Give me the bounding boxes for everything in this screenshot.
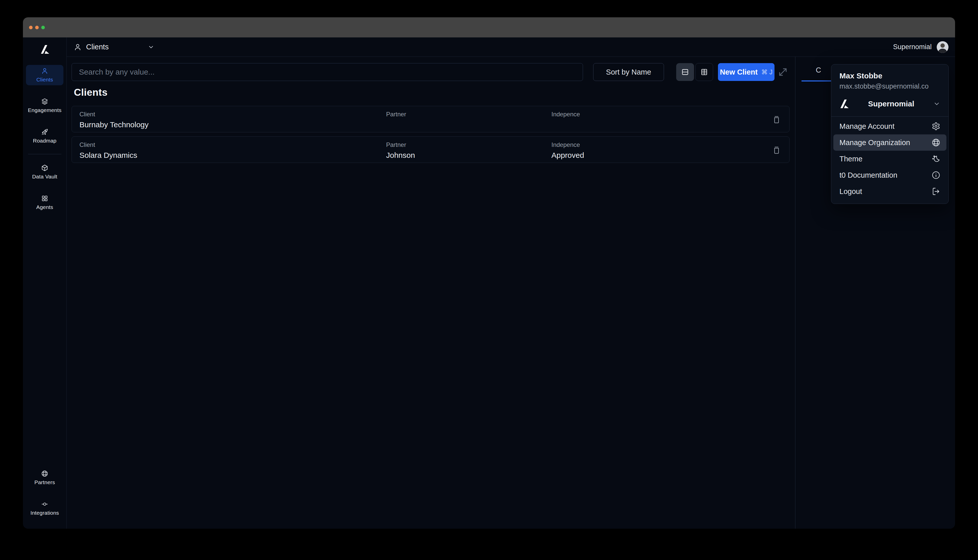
gear-icon: [932, 122, 940, 131]
client-card[interactable]: Client Burnaby Technology Partner Indepe…: [72, 106, 789, 132]
org-switcher-label: Supernomial: [849, 100, 933, 108]
menu-item-manage-account[interactable]: Manage Account: [833, 118, 946, 134]
user-menu-list: Manage Account Manage Organization: [831, 117, 948, 200]
workspace-switcher-label: Clients: [86, 43, 148, 51]
new-client-button[interactable]: New Client ⌘ J: [718, 63, 774, 81]
column-label: Client: [80, 111, 149, 118]
globe-icon: [41, 470, 48, 477]
column-label: Indepence: [551, 141, 584, 148]
chevron-down-icon: [148, 44, 154, 50]
menu-item-label: Logout: [839, 187, 862, 196]
expand-icon[interactable]: [777, 67, 788, 78]
org-switcher[interactable]: Supernomial: [839, 98, 940, 110]
sidebar-item-label: Engagements: [28, 107, 62, 113]
sidebar-item-label: Roadmap: [33, 138, 56, 144]
main-content: Sort by Name: [67, 57, 795, 529]
user-menu-header: Max Stobbe max.stobbe@supernomial.co: [831, 64, 948, 90]
menu-item-label: Theme: [839, 155, 862, 163]
sidebar-nav: Clients Engagements: [26, 65, 63, 213]
chevron-down-icon: [933, 100, 940, 107]
indepence-cell: Indepence: [551, 111, 580, 129]
sidebar-item-integrations[interactable]: Integrations: [26, 498, 63, 518]
rows-view-icon: [681, 68, 689, 76]
sidebar-item-label: Partners: [34, 479, 55, 485]
column-label: Partner: [386, 141, 415, 148]
client-card[interactable]: Client Solara Dynamics Partner Johnson I…: [72, 137, 789, 163]
sidebar-item-agents[interactable]: Agents: [26, 192, 63, 213]
client-cell: Client Burnaby Technology: [80, 111, 149, 129]
partner-value: Johnson: [386, 151, 415, 160]
sidebar-item-roadmap[interactable]: Roadmap: [26, 126, 63, 147]
sidebar-item-label: Agents: [36, 204, 53, 210]
menu-item-label: Manage Account: [839, 122, 895, 131]
minimize-button[interactable]: [35, 26, 39, 29]
user-avatar[interactable]: [937, 41, 948, 53]
sort-button-label: Sort by Name: [606, 68, 651, 77]
delete-client-button[interactable]: [771, 144, 782, 155]
trash-icon: [772, 115, 781, 124]
sidebar-item-data-vault[interactable]: Data Vault: [26, 162, 63, 182]
menu-item-label: Manage Organization: [839, 138, 910, 147]
header-org-name: Supernomial: [893, 43, 932, 51]
page-title: Clients: [74, 87, 107, 98]
menu-item-documentation[interactable]: t0 Documentation: [833, 167, 946, 183]
sidebar-item-partners[interactable]: Partners: [26, 468, 63, 488]
grid-icon: [41, 195, 48, 202]
maximize-button[interactable]: [41, 26, 45, 29]
sidebar-divider: [28, 154, 62, 154]
globe-icon: [932, 138, 940, 147]
sidebar-footer-nav: Partners Integrations: [26, 468, 63, 518]
traffic-lights: [29, 26, 45, 29]
sidebar-item-label: Clients: [37, 77, 53, 83]
menu-item-logout[interactable]: Logout: [833, 183, 946, 200]
indepence-value: [551, 120, 580, 129]
indepence-value: Approved: [551, 151, 584, 160]
rocket-icon: [41, 128, 48, 135]
menu-item-manage-organization[interactable]: Manage Organization: [833, 134, 946, 151]
indepence-cell: Indepence Approved: [551, 141, 584, 160]
new-client-label: New Client: [720, 68, 758, 77]
search-input[interactable]: [72, 63, 583, 81]
right-panel: C Max Stobbe max.stobbe@supernomial.co: [795, 57, 955, 529]
column-label: Partner: [386, 111, 406, 118]
layers-icon: [41, 98, 48, 105]
menu-item-theme[interactable]: Theme: [833, 151, 946, 167]
rows-view-toggle[interactable]: [676, 63, 694, 81]
cube-icon: [41, 165, 48, 171]
window-titlebar: [23, 17, 955, 37]
clipped-tab-label[interactable]: C: [816, 66, 821, 74]
client-name: Burnaby Technology: [80, 120, 149, 129]
sidebar-item-label: Data Vault: [32, 173, 57, 180]
sidebar-item-label: Integrations: [30, 510, 59, 516]
sort-button[interactable]: Sort by Name: [593, 63, 664, 81]
sidebar: Clients Engagements: [23, 37, 67, 529]
app-window: Clients Engagements: [23, 17, 955, 529]
moon-stars-icon: [932, 155, 940, 163]
sidebar-item-clients[interactable]: Clients: [26, 65, 63, 85]
trash-icon: [772, 145, 781, 155]
new-client-shortcut: ⌘ J: [761, 68, 773, 76]
close-button[interactable]: [29, 26, 33, 29]
top-header: Clients Supernomial: [67, 37, 955, 57]
active-tab-underline: [801, 80, 832, 82]
user-dropdown-menu: Max Stobbe max.stobbe@supernomial.co Sup…: [831, 64, 949, 204]
client-cell: Client Solara Dynamics: [80, 141, 137, 160]
client-list: Client Burnaby Technology Partner Indepe…: [72, 106, 789, 163]
user-name: Max Stobbe: [839, 72, 940, 80]
user-email: max.stobbe@supernomial.co: [839, 82, 940, 90]
sidebar-item-engagements[interactable]: Engagements: [26, 95, 63, 116]
partner-cell: Partner: [386, 111, 406, 129]
app-logo: [23, 37, 67, 54]
info-icon: [932, 171, 940, 180]
column-label: Client: [80, 141, 137, 148]
logout-icon: [932, 187, 940, 196]
partner-cell: Partner Johnson: [386, 141, 415, 160]
table-view-toggle[interactable]: [695, 63, 713, 81]
workspace-switcher[interactable]: Clients: [74, 43, 154, 51]
table-view-icon: [700, 68, 708, 76]
commit-node-icon: [41, 501, 48, 508]
partner-value: [386, 120, 406, 129]
column-label: Indepence: [551, 111, 580, 118]
delete-client-button[interactable]: [771, 114, 782, 125]
client-name: Solara Dynamics: [80, 151, 137, 160]
